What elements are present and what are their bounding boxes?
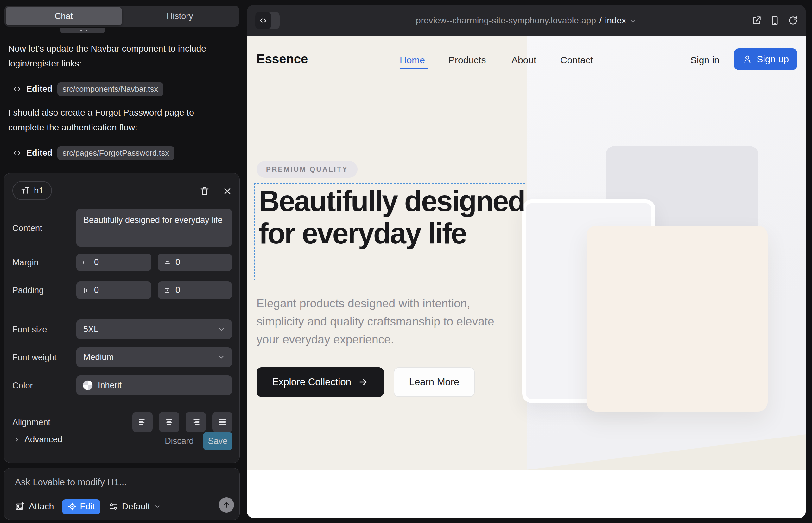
discard-button[interactable]: Discard [163,436,195,446]
margin-label: Margin [12,258,39,268]
font-size-label: Font size [12,325,47,335]
edit-mode-button[interactable]: Edit [62,499,100,514]
color-select[interactable]: Inherit [76,376,232,395]
attach-button[interactable]: Attach [15,502,54,511]
code-icon [13,85,21,93]
font-size-select[interactable]: 5XL [76,320,232,339]
padding-x-value[interactable] [94,285,132,295]
image-plus-icon [15,502,25,511]
chevron-down-icon [629,17,637,25]
save-button[interactable]: Save [203,432,232,450]
margin-x-value[interactable] [94,257,132,267]
open-external-button[interactable] [751,15,763,26]
refresh-button[interactable] [787,15,799,26]
padding-vertical-icon [163,287,171,294]
chevron-down-icon [217,353,226,361]
tab-history[interactable]: History [122,7,238,25]
scrolled-chip-remnant [60,29,105,33]
padding-label: Padding [12,286,44,295]
mobile-view-button[interactable] [769,15,781,26]
advanced-toggle[interactable]: Advanced [13,435,63,445]
chat-history-tabs: Chat History [4,6,239,26]
nav-contact[interactable]: Contact [560,55,593,66]
chat-message: Now let's update the Navbar component to… [8,41,211,71]
target-icon [68,502,77,511]
chat-sidebar: Chat History Now let's update the Navbar… [0,0,246,523]
selected-element-outline[interactable]: Beautifully designed for everyday life [254,183,525,281]
font-size-value: 5XL [83,325,99,334]
nav-home[interactable]: Home [400,55,425,66]
url-path: index [605,16,626,26]
margin-y-value[interactable] [175,257,213,267]
advanced-label: Advanced [24,435,63,445]
sliders-icon [109,502,118,511]
edited-file-chip[interactable]: src/components/Navbar.tsx [57,82,164,96]
content-textarea[interactable]: Beautifully designed for everyday life [76,209,232,247]
user-icon [742,54,753,64]
preview-window: preview--charming-site-symphony.lovable.… [247,5,806,518]
preview-topbar: preview--charming-site-symphony.lovable.… [247,5,806,36]
content-label: Content [12,223,42,233]
mode-label: Default [122,502,150,511]
margin-y-input[interactable] [158,254,232,271]
nav-active-underline [400,68,428,69]
sign-up-button[interactable]: Sign up [734,49,797,70]
align-center-button[interactable] [159,412,179,432]
edited-file-row: Edited src/components/Navbar.tsx [13,82,163,96]
color-value: Inherit [98,381,122,390]
send-button[interactable] [219,497,234,512]
nav-products[interactable]: Products [448,55,486,66]
dot [86,30,87,31]
margin-horizontal-icon [82,259,90,266]
hero-description: Elegant products designed with intention… [257,294,510,348]
hero-heading[interactable]: Beautifully designed for everyday life [255,184,525,250]
font-weight-select[interactable]: Medium [76,347,232,367]
preview-url[interactable]: preview--charming-site-symphony.lovable.… [247,5,806,36]
padding-x-input[interactable] [76,282,152,299]
explore-collection-button[interactable]: Explore Collection [257,367,384,397]
padding-y-value[interactable] [175,285,213,295]
edited-label: Edited [26,148,53,158]
color-label: Color [12,381,33,391]
element-tag-label: h1 [34,185,44,196]
element-editor-panel: h1 Content Beautifully designed for ever… [4,173,240,463]
sign-up-label: Sign up [757,54,789,65]
margin-vertical-icon [163,259,171,266]
site-logo[interactable]: Essence [257,52,308,66]
margin-x-input[interactable] [76,254,152,271]
mode-select[interactable]: Default [109,502,161,511]
delete-element-button[interactable] [198,184,212,198]
padding-horizontal-icon [82,287,90,294]
sign-in-link[interactable]: Sign in [690,55,720,66]
align-right-button[interactable] [186,412,206,432]
chevron-down-icon [154,503,161,510]
edited-label: Edited [26,84,53,94]
arrow-up-icon [222,501,231,509]
dot [81,30,82,31]
align-justify-button[interactable] [212,412,232,432]
edit-label: Edit [80,502,95,511]
close-editor-button[interactable] [220,184,234,198]
arrow-right-icon [358,377,368,387]
url-separator: / [599,16,602,26]
premium-quality-badge: PREMIUM QUALITY [257,161,357,178]
tab-chat[interactable]: Chat [6,7,122,25]
edited-file-chip[interactable]: src/pages/ForgotPassword.tsx [57,146,175,160]
align-left-button[interactable] [133,412,153,432]
chevron-right-icon [13,436,21,444]
learn-more-button[interactable]: Learn More [394,367,475,397]
hero-card-beige [586,226,768,412]
composer-input[interactable] [15,474,224,490]
alignment-label: Alignment [12,418,50,427]
explore-collection-label: Explore Collection [272,376,351,388]
code-icon [13,148,21,157]
edited-file-row: Edited src/pages/ForgotPassword.tsx [13,146,175,160]
composer-toolbar: Attach Edit Default [15,499,161,515]
element-tag-badge: h1 [12,181,52,200]
nav-about[interactable]: About [511,55,536,66]
padding-y-input[interactable] [158,282,232,299]
transparency-swatch-icon [83,380,93,390]
chevron-down-icon [217,325,226,333]
url-domain: preview--charming-site-symphony.lovable.… [416,16,596,26]
chat-message: I should also create a Forgot Password p… [8,105,211,135]
